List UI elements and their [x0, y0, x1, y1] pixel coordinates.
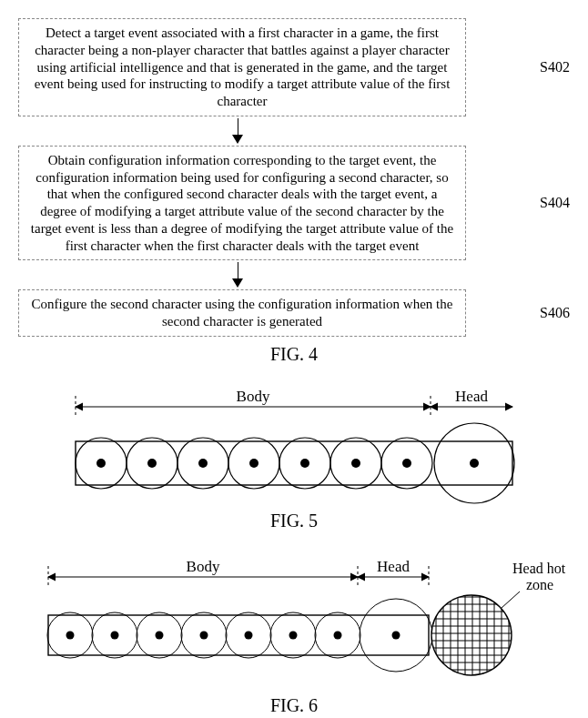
svg-point-9 — [249, 459, 259, 468]
svg-point-36 — [334, 631, 342, 639]
hotzone-label-line1: Head hot — [512, 561, 566, 576]
svg-point-24 — [66, 631, 75, 639]
svg-point-7 — [198, 459, 208, 468]
segments — [47, 599, 432, 672]
head-segment — [434, 423, 514, 503]
flow-step-text: Configure the second character using the… — [32, 297, 453, 329]
flow-step-box: Configure the second character using the… — [18, 289, 466, 337]
body-rect — [48, 615, 429, 655]
flow-step-text: Detect a target event associated with a … — [35, 25, 451, 108]
svg-point-32 — [245, 631, 253, 639]
fig4-caption: FIG. 4 — [18, 344, 570, 365]
segments — [76, 423, 514, 503]
svg-point-15 — [402, 459, 411, 468]
body-rect — [76, 441, 512, 485]
head-hot-zone — [431, 595, 512, 675]
flowchart-fig4: Detect a target event associated with a … — [18, 18, 570, 337]
svg-point-30 — [200, 631, 208, 639]
head-label: Head — [455, 388, 488, 405]
head-segment — [360, 599, 432, 672]
flow-step-s406: Configure the second character using the… — [18, 289, 570, 337]
fig6-caption: FIG. 6 — [18, 695, 570, 716]
svg-point-17 — [470, 459, 479, 468]
flow-step-id: S402 — [540, 59, 570, 76]
segment-diagram-fig5: Body Head — [18, 387, 570, 505]
svg-point-26 — [111, 631, 119, 639]
svg-point-34 — [289, 631, 298, 639]
hotzone-label-line2: zone — [526, 577, 553, 592]
svg-point-13 — [351, 459, 360, 468]
flow-step-id: S404 — [540, 195, 570, 211]
svg-point-3 — [96, 459, 106, 468]
svg-point-28 — [156, 631, 164, 639]
arrow-down-icon — [232, 262, 243, 288]
arrow-down-icon — [232, 118, 243, 144]
fig5-caption: FIG. 5 — [18, 511, 570, 531]
flow-step-s404: Obtain configuration information corresp… — [18, 146, 570, 261]
body-label: Body — [237, 388, 270, 405]
segment-diagram-fig6: Body Head Head hot zone — [18, 553, 570, 690]
flow-step-id: S406 — [540, 305, 570, 321]
flow-step-box: Obtain configuration information corresp… — [18, 146, 466, 261]
flow-step-s402: Detect a target event associated with a … — [18, 18, 570, 116]
head-label: Head — [377, 558, 410, 575]
body-label: Body — [187, 558, 220, 575]
flow-step-text: Obtain configuration information corresp… — [31, 153, 453, 253]
svg-point-5 — [147, 459, 157, 468]
hotzone-leader — [502, 592, 520, 608]
flow-step-box: Detect a target event associated with a … — [18, 18, 466, 116]
svg-point-11 — [300, 459, 309, 468]
svg-point-38 — [392, 631, 400, 639]
